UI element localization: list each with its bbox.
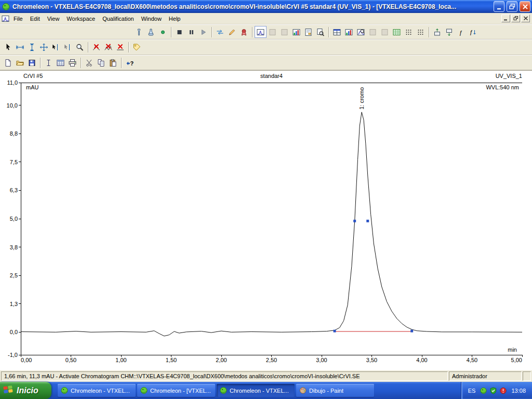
grey-cursor-tool-button[interactable] — [62, 42, 74, 54]
new-document-button[interactable] — [2, 57, 14, 69]
clock[interactable]: 13:08 — [510, 388, 526, 394]
integration-dots-button[interactable] — [403, 26, 415, 38]
security-shield-tray-icon[interactable] — [489, 387, 497, 394]
open-document-icon — [16, 59, 24, 67]
print-preview-button[interactable] — [314, 26, 326, 38]
svg-text:?: ? — [130, 60, 134, 66]
zoom-tool-button[interactable] — [74, 42, 86, 54]
save-document-button[interactable] — [26, 57, 38, 69]
arrange-windows-button[interactable] — [331, 26, 343, 38]
integration-dots-2-button[interactable] — [415, 26, 427, 38]
task-buttons: Chromeleon - VTXEL...Chromeleon - [VTXEL… — [51, 382, 461, 399]
results-chart-button[interactable] — [290, 26, 302, 38]
peak-delimiter-marker[interactable] — [366, 220, 369, 222]
status-bar: 1,66 min, 11,3 mAU - Activate Chromatogr… — [0, 370, 532, 382]
lock-session-button[interactable] — [238, 26, 250, 38]
taskbar-button-dibujo-paint[interactable]: Dibujo - Paint — [296, 384, 374, 397]
copy-button[interactable] — [95, 57, 107, 69]
chromeleon-tray-icon[interactable] — [480, 387, 487, 394]
black-cursor-tool-button[interactable] — [50, 42, 62, 54]
open-document-button[interactable] — [14, 57, 26, 69]
print-document-button[interactable] — [66, 57, 78, 69]
peak-delimiter-marker[interactable] — [334, 330, 336, 332]
chromatogram-view-icon — [256, 28, 265, 36]
start-button[interactable]: Inicio — [0, 382, 51, 399]
stop-batch-button[interactable] — [174, 26, 185, 38]
formula-quick-button[interactable]: ƒ — [467, 26, 479, 38]
peak-delimiter-marker[interactable] — [353, 220, 356, 222]
y-tick-label: 5,0 — [10, 216, 18, 222]
system-ready-button[interactable] — [157, 26, 169, 38]
child-minimize-button[interactable] — [501, 15, 510, 22]
menu-view[interactable]: View — [44, 14, 63, 23]
delete-peaks-tool-icon — [104, 43, 113, 51]
windows-flag-icon — [3, 385, 14, 396]
toolbar-separator — [81, 58, 81, 68]
pointer-tool-button[interactable] — [2, 42, 14, 54]
menu-edit[interactable]: Edit — [26, 14, 44, 23]
y-tick-label: 6,3 — [10, 187, 18, 193]
taskbar-button-chromeleon-vtxel[interactable]: Chromeleon - VTXEL... — [217, 384, 295, 397]
connect-instrument-icon — [216, 28, 224, 36]
peak-label: 1: cromo — [358, 87, 365, 110]
statistics-view-button[interactable] — [343, 26, 355, 38]
hold-batch-button[interactable] — [185, 26, 197, 38]
close-button[interactable] — [520, 1, 530, 12]
paste-button[interactable] — [107, 57, 119, 69]
taskbar-button-label: Chromeleon - [VTXEL... — [150, 388, 211, 394]
sign-off-button[interactable] — [226, 26, 238, 38]
cut-button[interactable] — [83, 57, 95, 69]
zoom-tool-icon — [75, 43, 84, 51]
peak-zoom-view-button[interactable] — [355, 26, 367, 38]
x-tick-label: 0,00 — [21, 357, 32, 363]
child-restore-button[interactable] — [511, 15, 520, 22]
menu-window[interactable]: Window — [138, 14, 165, 23]
horizontal-scale-tool-button[interactable] — [14, 42, 26, 54]
menu-workspace[interactable]: Workspace — [63, 14, 99, 23]
main-toolbar: ƒƒ — [0, 24, 532, 39]
context-help-button[interactable]: ? — [124, 57, 136, 69]
fraction-table-button[interactable] — [391, 26, 403, 38]
taskbar-button-chromeleon-vtxel[interactable]: Chromeleon - VTXEL... — [58, 384, 136, 397]
x-tick-label: 4,00 — [416, 357, 427, 363]
formula-editor-icon: ƒ — [457, 28, 466, 36]
delete-peak-tool-button[interactable] — [90, 42, 102, 54]
chromatogram-plot[interactable]: CrVI #5standar4UV_VIS_1mAUWVL:540 nmmin-… — [0, 71, 532, 371]
properties-tool-button[interactable] — [131, 42, 143, 54]
y-tick-label: 1,3 — [10, 301, 18, 307]
alert-tray-icon[interactable] — [499, 387, 507, 394]
pointer-tool-icon — [4, 43, 12, 51]
y-tick-label: 3,8 — [10, 244, 18, 250]
system-ready-icon — [158, 28, 167, 36]
clear-baseline-tool-button[interactable] — [114, 42, 126, 54]
instrument-batch-button[interactable] — [145, 26, 157, 38]
spare-4-button — [379, 26, 391, 38]
peak-delimiter-marker[interactable] — [410, 330, 413, 332]
report-designer-button[interactable] — [302, 26, 314, 38]
sequence-new-button[interactable] — [133, 26, 145, 38]
import-data-button[interactable] — [431, 26, 443, 38]
menu-qualification[interactable]: Qualification — [99, 14, 138, 23]
chromatogram-panel: CrVI #5standar4UV_VIS_1mAUWVL:540 nmmin-… — [0, 70, 532, 370]
restore-button[interactable] — [507, 1, 517, 12]
export-data-button[interactable] — [443, 26, 455, 38]
horizontal-scale-tool-icon — [16, 43, 24, 51]
minimize-button[interactable] — [494, 1, 504, 12]
import-data-icon — [433, 28, 442, 36]
menu-help[interactable]: Help — [165, 14, 184, 23]
data-table-button[interactable] — [55, 57, 66, 69]
tray-icons — [480, 387, 507, 394]
delete-peaks-tool-button[interactable] — [102, 42, 114, 54]
chromeleon-app-icon — [2, 3, 10, 11]
menu-file[interactable]: File — [10, 14, 26, 23]
connect-instrument-button[interactable] — [214, 26, 226, 38]
sequence-new-icon — [135, 28, 143, 36]
vertical-scale-tool-button[interactable] — [26, 42, 38, 54]
insert-field-button[interactable] — [43, 57, 55, 69]
formula-editor-button[interactable]: ƒ — [455, 26, 467, 38]
language-indicator[interactable]: ES — [467, 388, 477, 394]
chromatogram-view-button[interactable] — [255, 26, 267, 38]
taskbar-button-chromeleon-vtxel[interactable]: Chromeleon - [VTXEL... — [137, 384, 215, 397]
child-close-button[interactable] — [521, 15, 530, 22]
pan-tool-button[interactable] — [38, 42, 50, 54]
